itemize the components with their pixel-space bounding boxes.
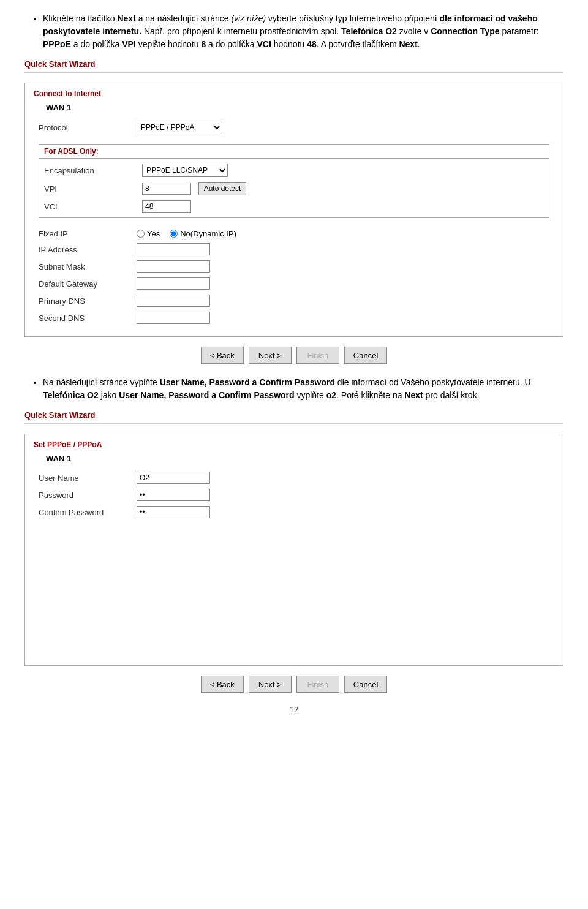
encapsulation-row: Encapsulation PPPoE LLC/SNAP: [39, 161, 549, 179]
page-number: 12: [24, 705, 564, 714]
subnet-mask-input[interactable]: [137, 260, 210, 273]
protocol-select[interactable]: PPPoE / PPPoA: [137, 121, 222, 134]
primary-dns-row: Primary DNS: [34, 292, 554, 309]
encapsulation-value-cell: PPPoE LLC/SNAP: [137, 161, 549, 179]
fixed-ip-no-radio[interactable]: [170, 230, 178, 238]
wizard2-divider: [24, 423, 564, 424]
second-dns-input[interactable]: [137, 312, 210, 324]
adsl-section: For ADSL Only: Encapsulation PPPoE LLC/S…: [39, 144, 549, 218]
wizard1-wan-title: WAN 1: [34, 103, 554, 112]
username-label: User Name: [34, 469, 132, 486]
wizard2-back-button[interactable]: < Back: [201, 676, 244, 693]
fixed-ip-label: Fixed IP: [34, 227, 132, 241]
wizard2-button-row: < Back Next > Finish Cancel: [24, 676, 564, 693]
wizard2-cancel-button[interactable]: Cancel: [344, 676, 387, 693]
username-cell: [132, 469, 554, 486]
vpi-input[interactable]: [142, 183, 191, 195]
protocol-value-cell: PPPoE / PPPoA: [132, 118, 554, 137]
adsl-inner: Encapsulation PPPoE LLC/SNAP VPI: [39, 159, 549, 217]
primary-dns-cell: [132, 292, 554, 309]
vpi-label: VPI: [39, 179, 137, 198]
ip-address-label: IP Address: [34, 241, 132, 258]
wizard2-section-title: Set PPPoE / PPPoA: [34, 440, 554, 449]
wizard2-title: Quick Start Wizard: [24, 410, 564, 420]
fixed-ip-options: Yes No(Dynamic IP): [132, 227, 554, 241]
confirm-password-label: Confirm Password: [34, 504, 132, 521]
username-row: User Name: [34, 469, 554, 486]
second-dns-row: Second DNS: [34, 309, 554, 326]
wizard2-wan-title: WAN 1: [34, 454, 554, 463]
vci-value-cell: [137, 198, 549, 215]
encapsulation-label: Encapsulation: [39, 161, 137, 179]
wizard1-next-button[interactable]: Next >: [249, 347, 292, 364]
wizard2-form: User Name Password Confirm Password: [34, 469, 554, 521]
default-gateway-input[interactable]: [137, 277, 210, 290]
wizard1-button-row: < Back Next > Finish Cancel: [24, 347, 564, 364]
vci-label: VCI: [39, 198, 137, 215]
wizard2-next-button[interactable]: Next >: [249, 676, 292, 693]
wizard1-box: Connect to Internet WAN 1 Protocol PPPoE…: [24, 83, 564, 337]
wizard2-finish-button[interactable]: Finish: [296, 676, 339, 693]
wizard1-form: Protocol PPPoE / PPPoA For ADSL Only: E: [34, 118, 554, 326]
fixed-ip-yes-text: Yes: [147, 229, 160, 238]
password-label: Password: [34, 486, 132, 504]
confirm-password-cell: [132, 504, 554, 521]
wizard1-divider: [24, 72, 564, 73]
wizard2-box: Set PPPoE / PPPoA WAN 1 User Name Passwo…: [24, 434, 564, 666]
wizard1-section-title: Connect to Internet: [34, 89, 554, 98]
ip-address-input[interactable]: [137, 243, 210, 255]
default-gateway-label: Default Gateway: [34, 275, 132, 292]
protocol-row: Protocol PPPoE / PPPoA: [34, 118, 554, 137]
password-cell: [132, 486, 554, 504]
fixed-ip-radio-group: Yes No(Dynamic IP): [137, 229, 549, 238]
ip-address-row: IP Address: [34, 241, 554, 258]
intro-paragraph-1: Klikněte na tlačítko Next a na následují…: [43, 12, 564, 51]
primary-dns-label: Primary DNS: [34, 292, 132, 309]
vci-row: VCI: [39, 198, 549, 215]
fixed-ip-yes-label[interactable]: Yes: [137, 229, 160, 238]
confirm-password-row: Confirm Password: [34, 504, 554, 521]
wizard1-cancel-button[interactable]: Cancel: [344, 347, 387, 364]
wizard2-spacer: [34, 521, 554, 655]
adsl-section-row: For ADSL Only: Encapsulation PPPoE LLC/S…: [34, 137, 554, 227]
confirm-password-input[interactable]: [137, 506, 210, 518]
password-input[interactable]: [137, 489, 210, 501]
wizard1-finish-button[interactable]: Finish: [296, 347, 339, 364]
subnet-mask-cell: [132, 258, 554, 275]
adsl-header: For ADSL Only:: [39, 145, 549, 159]
vci-input[interactable]: [142, 200, 191, 213]
wizard1-back-button[interactable]: < Back: [201, 347, 244, 364]
fixed-ip-no-text: No(Dynamic IP): [180, 229, 236, 238]
second-dns-label: Second DNS: [34, 309, 132, 326]
auto-detect-button[interactable]: Auto detect: [198, 182, 247, 195]
protocol-label: Protocol: [34, 118, 132, 137]
subnet-mask-row: Subnet Mask: [34, 258, 554, 275]
vpi-row: VPI Auto detect: [39, 179, 549, 198]
fixed-ip-yes-radio[interactable]: [137, 230, 145, 238]
subnet-mask-label: Subnet Mask: [34, 258, 132, 275]
fixed-ip-no-label[interactable]: No(Dynamic IP): [170, 229, 236, 238]
encapsulation-select[interactable]: PPPoE LLC/SNAP: [142, 164, 228, 177]
intro-paragraph-2: Na následující stránce vyplňte User Name…: [43, 376, 564, 402]
default-gateway-cell: [132, 275, 554, 292]
vpi-value-cell: Auto detect: [137, 179, 549, 198]
password-row: Password: [34, 486, 554, 504]
second-dns-cell: [132, 309, 554, 326]
fixed-ip-row: Fixed IP Yes No(Dynamic IP): [34, 227, 554, 241]
ip-address-cell: [132, 241, 554, 258]
default-gateway-row: Default Gateway: [34, 275, 554, 292]
primary-dns-input[interactable]: [137, 295, 210, 307]
username-input[interactable]: [137, 472, 210, 484]
wizard1-title: Quick Start Wizard: [24, 59, 564, 69]
